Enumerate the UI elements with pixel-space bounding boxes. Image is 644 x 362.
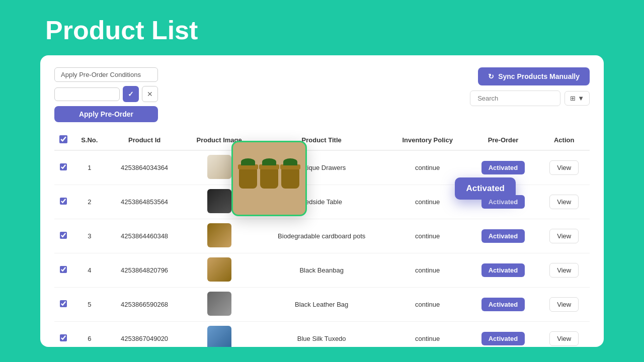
row-product-title: Blue Silk Tuxedo (256, 322, 387, 347)
row-checkbox-cell (54, 219, 72, 253)
pot-3 (281, 168, 299, 189)
view-button-2[interactable]: View (549, 195, 579, 209)
grid-dropdown-icon: ▼ (578, 95, 584, 102)
col-inventory-policy: Inventory Policy (387, 130, 468, 150)
row-inventory-policy: continue (387, 253, 468, 288)
view-button-1[interactable]: View (549, 160, 579, 175)
activated-button-1[interactable]: Activated (481, 161, 525, 174)
row-checkbox-cell (54, 288, 72, 322)
row-product-title: Biodegradable cardboard pots (256, 219, 387, 253)
pot-2 (260, 168, 278, 189)
view-button-5[interactable]: View (549, 297, 579, 312)
view-button-6[interactable]: View (549, 331, 579, 346)
row-inventory-policy: continue (387, 219, 468, 253)
row-product-id: 4253864460348 (107, 219, 183, 253)
search-row: ⊞ ▼ (470, 90, 590, 106)
row-checkbox-cell (54, 185, 72, 219)
row-product-title: Black Leather Bag (256, 288, 387, 322)
table-row: 3 4253864460348 Biodegradable cardboard … (54, 219, 590, 253)
row-product-id: 4253866590268 (107, 288, 183, 322)
row-inventory-policy: continue (387, 322, 468, 347)
col-action: Action (538, 130, 590, 150)
row-preorder-status: Activated (468, 253, 539, 288)
row-sno: 1 (72, 150, 107, 185)
row-action-cell: View (538, 219, 590, 253)
row-action-cell: View (538, 288, 590, 322)
right-controls: ↻ Sync Products Manually ⊞ ▼ (470, 67, 590, 106)
search-input[interactable] (470, 90, 560, 106)
row-action-cell: View (538, 322, 590, 347)
pot-image (239, 168, 299, 189)
view-button-4[interactable]: View (549, 263, 579, 278)
row-checkbox-2[interactable] (60, 198, 67, 205)
table-row: 6 4253867049020 Blue Silk Tuxedo continu… (54, 322, 590, 347)
row-checkbox-5[interactable] (60, 300, 67, 307)
row-checkbox-cell (54, 322, 72, 347)
pre-order-row: ✓ ✕ (54, 86, 158, 102)
col-preorder: Pre-Order (468, 130, 539, 150)
row-action-cell: View (538, 185, 590, 219)
row-action-cell: View (538, 150, 590, 185)
product-table: S.No. Product Id Product Image Product T… (54, 130, 590, 347)
table-row: 4 4253864820796 Black Beanbag continue A… (54, 253, 590, 288)
sync-products-button[interactable]: ↻ Sync Products Manually (478, 67, 590, 85)
activated-button-5[interactable]: Activated (481, 298, 525, 311)
row-product-id: 4253864820796 (107, 253, 183, 288)
activated-button-4[interactable]: Activated (481, 263, 525, 277)
product-thumbnail-5 (207, 292, 231, 316)
product-thumbnail-3 (207, 223, 231, 247)
main-wrapper: Product List Apply Pre-Order Conditions … (0, 0, 644, 362)
product-thumbnail-4 (207, 257, 231, 282)
col-sno: S.No. (72, 130, 107, 150)
row-sno: 3 (72, 219, 107, 253)
row-checkbox-cell (54, 150, 72, 185)
x-icon: ✕ (147, 90, 153, 98)
col-checkbox (54, 130, 72, 150)
grid-view-button[interactable]: ⊞ ▼ (565, 91, 590, 106)
select-all-checkbox[interactable] (59, 135, 67, 143)
col-product-id: Product Id (107, 130, 183, 150)
check-icon: ✓ (128, 90, 134, 98)
zoom-popup-inner (233, 142, 305, 215)
row-checkbox-6[interactable] (60, 334, 67, 341)
row-action-cell: View (538, 253, 590, 288)
row-sno: 6 (72, 322, 107, 347)
pre-order-conditions-label: Apply Pre-Order Conditions (54, 67, 158, 82)
row-product-image-cell (183, 288, 256, 322)
grid-icon: ⊞ (570, 95, 576, 102)
row-product-image-cell (183, 219, 256, 253)
product-image-zoom-popup (231, 141, 307, 216)
row-product-id: 4253864034364 (107, 150, 183, 185)
row-preorder-status: Activated (468, 288, 539, 322)
row-checkbox-1[interactable] (60, 163, 67, 170)
activated-button-3[interactable]: Activated (481, 229, 525, 243)
row-sno: 2 (72, 185, 107, 219)
confirm-button[interactable]: ✓ (123, 86, 139, 102)
table-row: 5 4253866590268 Black Leather Bag contin… (54, 288, 590, 322)
row-preorder-status: Activated (468, 322, 539, 347)
pot-1 (239, 168, 257, 189)
sync-label: Sync Products Manually (498, 72, 580, 80)
view-button-3[interactable]: View (549, 229, 579, 243)
activated-tooltip: Activated (455, 177, 516, 200)
row-checkbox-4[interactable] (60, 266, 67, 273)
activated-button-6[interactable]: Activated (481, 332, 525, 345)
row-product-id: 4253867049020 (107, 322, 183, 347)
row-preorder-status: Activated (468, 219, 539, 253)
row-checkbox-3[interactable] (60, 232, 67, 239)
product-thumbnail-1 (207, 155, 231, 179)
row-sno: 4 (72, 253, 107, 288)
apply-pre-order-button[interactable]: Apply Pre-Order (54, 106, 158, 122)
row-checkbox-cell (54, 253, 72, 288)
pre-order-dropdown[interactable] (54, 87, 120, 101)
cancel-button[interactable]: ✕ (142, 86, 158, 102)
sync-icon: ↻ (488, 72, 494, 80)
row-inventory-policy: continue (387, 288, 468, 322)
card-toolbar: Apply Pre-Order Conditions ✓ ✕ Apply Pre… (54, 67, 590, 122)
product-thumbnail-2 (207, 189, 231, 213)
product-thumbnail-6 (207, 326, 231, 347)
product-list-card: Apply Pre-Order Conditions ✓ ✕ Apply Pre… (40, 55, 604, 347)
row-product-title: Black Beanbag (256, 253, 387, 288)
row-product-id: 4253864853564 (107, 185, 183, 219)
page-title: Product List (45, 15, 604, 45)
